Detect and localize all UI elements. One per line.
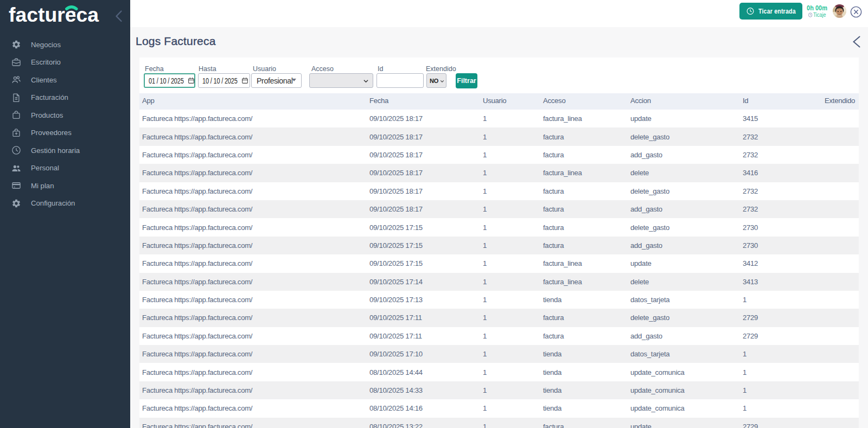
svg-text:factureca: factureca <box>9 4 99 26</box>
